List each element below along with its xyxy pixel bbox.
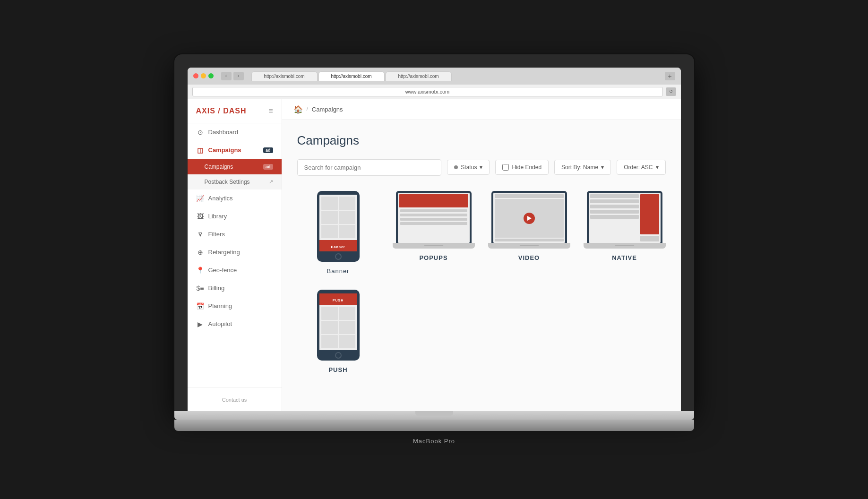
campaign-card-video[interactable]: VIDEO (488, 191, 570, 275)
sidebar-item-analytics[interactable]: 📈 Analytics (188, 189, 282, 207)
campaign-label-popups: POPUPS (419, 254, 447, 261)
sidebar-item-planning[interactable]: 📅 Planning (188, 297, 282, 315)
phone-banner-strip: Banner (319, 240, 357, 251)
desktop-screen-native (589, 193, 661, 243)
status-dropdown-icon: ▾ (480, 164, 482, 171)
retargeting-icon: ⊕ (196, 249, 205, 256)
screen-block (321, 211, 338, 224)
native-right-content (640, 194, 659, 241)
browser-nav-buttons: ‹ › (221, 72, 244, 80)
minimize-button[interactable] (201, 73, 206, 78)
sidebar-item-geofence[interactable]: 📍 Geo-fence (188, 261, 282, 279)
browser-tab-1[interactable]: http://axismobi.com (251, 71, 318, 81)
hamburger-icon[interactable]: ≡ (268, 107, 273, 115)
sidebar-item-autopilot[interactable]: ▶ Autopilot (188, 315, 282, 333)
planning-icon: 📅 (196, 302, 205, 310)
sidebar-label-dashboard: Dashboard (208, 129, 239, 136)
refresh-button[interactable]: ↺ (666, 87, 676, 96)
sidebar-item-filters[interactable]: ⛛ Filters (188, 225, 282, 243)
close-button[interactable] (193, 73, 198, 78)
sidebar-item-campaigns-sub[interactable]: Campaigns ad (188, 159, 282, 174)
push-screen-block (321, 321, 338, 334)
sort-label: Sort By: Name (561, 164, 598, 171)
push-banner-label: PUSH (333, 299, 344, 302)
sidebar-label-filters: Filters (208, 231, 225, 238)
banner-label-overlay: Banner (331, 245, 345, 249)
push-phone-mockup: PUSH (317, 290, 360, 361)
nav-item-inner: $≡ Billing (196, 284, 225, 292)
maximize-button[interactable] (208, 73, 214, 78)
desktop-base-line (424, 245, 443, 246)
breadcrumb-bar: 🏠 / Campaigns (282, 99, 681, 120)
campaign-card-popups[interactable]: POPUPS (393, 191, 475, 275)
sidebar-item-postback[interactable]: Postback Settings ↗ (188, 174, 282, 189)
video-main-area (495, 199, 564, 238)
sidebar-nav: ⊙ Dashboard ◫ Campaigns ad (188, 123, 282, 387)
campaign-thumb-popups (393, 191, 475, 249)
filters-row: Status ▾ Hide Ended Sort By: Name ▾ (297, 159, 666, 176)
sidebar-item-retargeting[interactable]: ⊕ Retargeting (188, 243, 282, 261)
popup-row (400, 214, 467, 216)
main-content: 🏠 / Campaigns Campaigns (282, 99, 681, 411)
forward-button[interactable]: › (233, 72, 244, 80)
popup-screen-content (398, 193, 470, 243)
home-icon[interactable]: 🏠 (293, 105, 303, 114)
campaign-grid: Banner Banner (297, 191, 666, 373)
desktop-base-line (615, 245, 634, 246)
new-tab-button[interactable]: + (665, 72, 675, 80)
contact-link[interactable]: Contact us (222, 397, 247, 403)
push-screen-block (321, 335, 338, 348)
browser-content: AXIS / DASH ≡ ⊙ Dashboard (188, 99, 681, 411)
native-image-block (640, 194, 659, 234)
sidebar-item-dashboard[interactable]: ⊙ Dashboard (188, 123, 282, 141)
sidebar-label-geofence: Geo-fence (208, 267, 237, 274)
video-header-strip (495, 194, 564, 198)
native-left-content (590, 194, 639, 241)
laptop-brand-label: MacBook Pro (174, 437, 694, 445)
logo-sep-product: / DASH (215, 107, 247, 115)
sidebar-footer: Contact us (188, 387, 282, 411)
campaign-card-banner[interactable]: Banner Banner (297, 191, 379, 275)
screen-block (339, 197, 355, 210)
sidebar-label-campaigns: Campaigns (208, 146, 241, 154)
campaign-card-native[interactable]: NATIVE (584, 191, 666, 275)
desktop-mockup-popups (396, 191, 472, 243)
campaign-card-push[interactable]: PUSH (297, 290, 379, 373)
browser-tab-3[interactable]: http://axismobi.com (386, 71, 452, 81)
popup-row (400, 218, 467, 221)
search-input[interactable] (297, 159, 442, 176)
sidebar-item-billing[interactable]: $≡ Billing (188, 279, 282, 297)
sidebar-item-campaigns-parent[interactable]: ◫ Campaigns ad (188, 141, 282, 159)
push-phone-home-button (335, 352, 342, 359)
native-row (590, 215, 639, 219)
phone-screen-content (319, 195, 357, 240)
dashboard-icon: ⊙ (196, 129, 205, 136)
desktop-screen-video (493, 193, 565, 243)
browser-tab-2[interactable]: http://axismobi.com (318, 71, 385, 81)
postback-icon: ↗ (269, 179, 273, 185)
address-bar[interactable]: www.axismobi.com (192, 87, 663, 96)
hide-ended-checkbox[interactable] (502, 164, 509, 171)
library-icon: 🖼 (196, 213, 205, 220)
sort-button[interactable]: Sort By: Name ▾ (554, 160, 611, 175)
nav-item-inner: 📅 Planning (196, 302, 232, 310)
order-button[interactable]: Order: ASC ▾ (617, 160, 665, 175)
campaign-thumb-push: PUSH (297, 290, 379, 361)
popup-header (399, 194, 468, 207)
campaign-thumb-video (488, 191, 570, 249)
nav-item-inner: ⊙ Dashboard (196, 129, 239, 136)
geofence-icon: 📍 (196, 267, 205, 274)
sidebar-item-library[interactable]: 🖼 Library (188, 207, 282, 225)
hide-ended-checkbox-wrap[interactable]: Hide Ended (495, 160, 549, 175)
nav-item-inner: ◫ Campaigns (196, 146, 241, 154)
sidebar-label-billing: Billing (208, 284, 225, 292)
status-filter-button[interactable]: Status ▾ (447, 160, 490, 175)
filters-icon: ⛛ (196, 231, 205, 238)
campaign-thumb-native (584, 191, 666, 249)
back-button[interactable]: ‹ (221, 72, 232, 80)
push-screen-grid (319, 305, 357, 350)
browser-chrome: ‹ › http://axismobi.com http://axismobi.… (188, 68, 681, 411)
desktop-base-native (584, 243, 666, 249)
status-dot-icon (454, 165, 458, 169)
native-small-block (640, 236, 659, 241)
